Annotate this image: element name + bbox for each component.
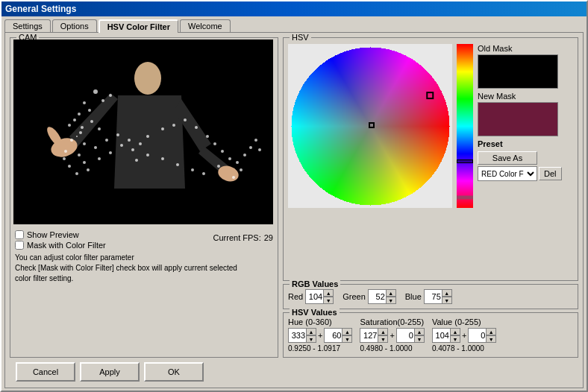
tab-welcome[interactable]: Welcome [180,19,231,32]
old-mask-section: Old Mask [478,44,573,89]
val-label: Value (0-255) [432,317,496,326]
preset-select[interactable]: RED Color F [478,166,537,181]
mask-filter-row: Mask with Color Filter [15,241,106,250]
tabs-bar: Settings Options HSV Color Filter Welcom… [1,16,587,32]
hsv-panel-title: HSV [290,33,311,42]
apply-button[interactable]: Apply [80,362,140,382]
show-preview-row: Show Preview [15,230,106,239]
mask-filter-label: Mask with Color Filter [27,241,106,250]
green-spin-up[interactable]: ▲ [386,289,396,297]
sat-plus: + [390,331,394,340]
blue-spin-down[interactable]: ▼ [442,297,452,304]
sat-spinner-btns: ▲ ▼ [378,328,388,343]
red-group: Red ▲ ▼ [288,289,334,304]
green-spinner: ▲ ▼ [368,289,396,304]
hsv-panel: HSV [283,37,578,281]
val-spinner-btns: ▲ ▼ [450,328,460,343]
val-offset-spinner: ▲ ▼ [468,328,496,343]
content-area: CAM Show Preview [4,32,584,388]
hue-offset-up[interactable]: ▲ [342,328,352,335]
val-offset-btns: ▲ ▼ [486,328,496,343]
red-label: Red [288,292,303,301]
hue-offset-btns: ▲ ▼ [342,328,352,343]
main-row: CAM Show Preview [10,37,578,358]
hue-group: Hue (0-360) ▲ ▼ + [288,317,352,353]
cam-section: CAM Show Preview [10,37,278,358]
rgb-values-panel: RGB Values Red ▲ ▼ [283,284,578,309]
hue-spin-down[interactable]: ▼ [306,335,316,343]
red-spinner: ▲ ▼ [305,289,334,304]
blue-spinner-btns: ▲ ▼ [442,289,452,304]
hue-spinner-btns: ▲ ▼ [306,328,316,343]
new-mask-box [478,102,558,136]
window-title: General Settings [5,4,76,14]
hue-spin-up[interactable]: ▲ [306,328,316,335]
cam-panel: CAM Show Preview [10,37,278,358]
ok-button[interactable]: OK [144,362,204,382]
hint-text: You can adjust color filter parameter Ch… [15,251,273,284]
sat-offset-down[interactable]: ▼ [414,335,425,343]
show-preview-checkbox[interactable] [15,230,24,239]
val-input-row: ▲ ▼ + ▲ ▼ [432,328,496,343]
mask-preset-area: Old Mask New Mask Preset Save As [478,44,573,181]
sat-label: Saturation(0-255) [360,317,424,326]
window: General Settings Settings Options HSV Co… [0,0,588,392]
sat-offset-btns: ▲ ▼ [414,328,425,343]
new-mask-label: New Mask [478,92,573,101]
val-plus: + [462,331,466,340]
green-spin-down[interactable]: ▼ [386,297,396,304]
save-as-button[interactable]: Save As [478,151,537,165]
new-mask-section: New Mask [478,92,573,136]
rgb-values-label: RGB Values [290,279,340,288]
del-button[interactable]: Del [539,167,562,180]
cam-controls: Show Preview Mask with Color Filter Curr… [10,227,278,287]
hsv-values-panel: HSV Values Hue (0-360) ▲ ▼ [283,312,578,358]
val-range: 0.4078 - 1.0000 [432,344,496,353]
tab-settings[interactable]: Settings [4,19,51,32]
hsv-values-label: HSV Values [290,308,340,317]
fps-display: Current FPS: 29 [213,233,273,242]
sat-group: Saturation(0-255) ▲ ▼ + [360,317,424,353]
old-mask-box [478,54,558,89]
preset-row: RED Color F Del [478,166,573,181]
rgb-inputs-row: Red ▲ ▼ Green [288,289,573,304]
preset-label: Preset [478,139,573,148]
show-preview-label: Show Preview [27,230,79,239]
red-spin-down[interactable]: ▼ [323,297,334,304]
val-offset-up[interactable]: ▲ [486,328,496,335]
blue-spinner: ▲ ▼ [424,289,452,304]
tab-hsv-color-filter[interactable]: HSV Color Filter [98,19,178,33]
val-spin-down[interactable]: ▼ [450,335,460,343]
cancel-button[interactable]: Cancel [16,362,75,382]
preset-section: Preset Save As RED Color F Del [478,139,573,181]
val-spinner: ▲ ▼ [432,328,460,343]
bottom-bar: Cancel Apply OK [10,358,578,383]
red-spin-up[interactable]: ▲ [323,289,334,297]
sat-input-row: ▲ ▼ + ▲ ▼ [360,328,424,343]
hue-input-row: ▲ ▼ + ▲ ▼ [288,328,352,343]
sat-offset-up[interactable]: ▲ [414,328,425,335]
hue-range: 0.9250 - 1.0917 [288,344,352,353]
hue-slider[interactable] [457,44,473,208]
hue-offset-down[interactable]: ▼ [342,335,352,343]
sat-spin-down[interactable]: ▼ [378,335,388,343]
green-spinner-btns: ▲ ▼ [386,289,396,304]
hue-spinner: ▲ ▼ [288,328,316,343]
blue-spin-up[interactable]: ▲ [442,289,452,297]
hsv-top-row: Old Mask New Mask Preset Save As [288,44,573,208]
hue-label: Hue (0-360) [288,317,352,326]
fps-label: Current FPS: [213,233,261,242]
hue-offset-spinner: ▲ ▼ [324,328,352,343]
hint-line2: Check [Mask with Color Filter] check box… [15,263,273,274]
tab-options[interactable]: Options [52,19,97,32]
mask-filter-checkbox[interactable] [15,241,24,250]
sat-spin-up[interactable]: ▲ [378,328,388,335]
hsv-inputs-row: Hue (0-360) ▲ ▼ + [288,317,573,353]
val-spin-up[interactable]: ▲ [450,328,460,335]
color-wheel-container[interactable] [288,44,452,208]
green-group: Green ▲ ▼ [343,289,396,304]
red-spinner-btns: ▲ ▼ [323,289,334,304]
sat-range: 0.4980 - 1.0000 [360,344,424,353]
val-group: Value (0-255) ▲ ▼ + [432,317,496,353]
val-offset-down[interactable]: ▼ [486,335,496,343]
